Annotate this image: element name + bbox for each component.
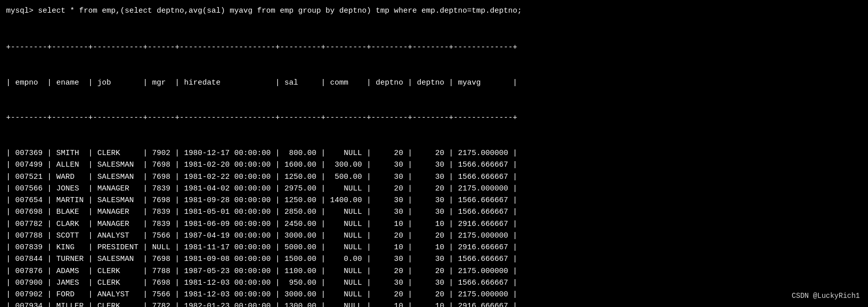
table-row: | 007499 | ALLEN | SALESMAN | 7698 | 198… (6, 159, 862, 171)
table-row: | 007844 | TURNER | SALESMAN | 7698 | 19… (6, 253, 862, 265)
table-row: | 007369 | SMITH | CLERK | 7902 | 1980-1… (6, 147, 862, 159)
table-row: | 007782 | CLARK | MANAGER | 7839 | 1981… (6, 218, 862, 230)
table-row: | 007654 | MARTIN | SALESMAN | 7698 | 19… (6, 195, 862, 206)
table-row: | 007902 | FORD | ANALYST | 7566 | 1981-… (6, 289, 862, 300)
table-header: | empno | ename | job | mgr | hiredate |… (6, 77, 862, 89)
result-table: +--------+--------+-----------+------+--… (6, 18, 862, 307)
table-row: | 007521 | WARD | SALESMAN | 7698 | 1981… (6, 171, 862, 183)
sql-query: mysql> select * from emp,(select deptno,… (6, 5, 862, 17)
top-separator: +--------+--------+-----------+------+--… (6, 42, 862, 53)
table-row: | 007934 | MILLER | CLERK | 7782 | 1982-… (6, 300, 862, 307)
terminal-window: mysql> select * from emp,(select deptno,… (6, 5, 862, 307)
table-row: | 007788 | SCOTT | ANALYST | 7566 | 1987… (6, 230, 862, 242)
table-row: | 007876 | ADAMS | CLERK | 7788 | 1987-0… (6, 265, 862, 277)
table-row: | 007839 | KING | PRESIDENT | NULL | 198… (6, 242, 862, 253)
header-separator: +--------+--------+-----------+------+--… (6, 112, 862, 124)
table-row: | 007566 | JONES | MANAGER | 7839 | 1981… (6, 183, 862, 195)
table-body: | 007369 | SMITH | CLERK | 7902 | 1980-1… (6, 147, 862, 307)
table-row: | 007698 | BLAKE | MANAGER | 7839 | 1981… (6, 206, 862, 218)
table-row: | 007900 | JAMES | CLERK | 7698 | 1981-1… (6, 277, 862, 289)
watermark-text: CSDN @LuckyRich1 (792, 291, 860, 302)
